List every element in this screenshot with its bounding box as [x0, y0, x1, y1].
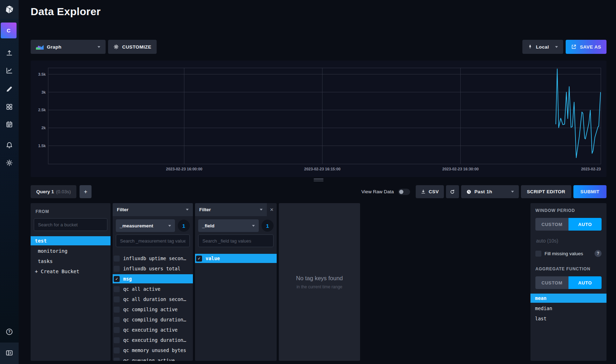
bucket-search-input[interactable]: [34, 218, 107, 231]
time-series-chart[interactable]: 1.5k2k2.5k3k3.5k2023-02-23 16:00:002023-…: [31, 61, 606, 177]
checkbox-unchecked[interactable]: [114, 337, 120, 343]
checkbox-unchecked[interactable]: [114, 266, 120, 272]
filter-field-panel: Filter × _field 1 ✓value: [195, 203, 277, 361]
svg-text:2.5k: 2.5k: [38, 108, 46, 112]
svg-text:3k: 3k: [42, 90, 46, 94]
checkbox-unchecked[interactable]: [114, 286, 120, 292]
field-search-input[interactable]: [198, 234, 274, 247]
customize-gear-icon: [113, 44, 119, 50]
aggregate-auto-button[interactable]: AUTO: [568, 276, 602, 289]
local-label: Local: [536, 44, 549, 50]
list-item[interactable]: influxdb_users_total: [113, 264, 193, 273]
chevron-down-icon: [511, 191, 514, 193]
list-item[interactable]: qc_compiling_duration…: [113, 315, 193, 324]
list-item-label: msg: [123, 276, 132, 282]
line-chart-canvas: 1.5k2k2.5k3k3.5k2023-02-23 16:00:002023-…: [31, 61, 606, 177]
list-item[interactable]: test: [31, 236, 111, 245]
view-type-dropdown[interactable]: Graph: [31, 40, 106, 54]
checkbox-unchecked[interactable]: [114, 296, 120, 302]
checkbox-checked[interactable]: ✓: [114, 276, 120, 282]
list-item[interactable]: qc_executing_duration…: [113, 335, 193, 345]
clock-icon: [466, 189, 472, 195]
measurement-key-label: _measurement: [120, 223, 153, 228]
aggregate-custom-button[interactable]: CUSTOM: [535, 276, 568, 289]
list-item[interactable]: ✓value: [195, 254, 277, 263]
graph-type-icon: [36, 44, 44, 50]
submit-label: SUBMIT: [580, 189, 599, 194]
field-list: ✓value: [195, 254, 277, 263]
data-explorer-icon[interactable]: [5, 67, 13, 75]
refresh-button[interactable]: [446, 185, 459, 198]
list-item[interactable]: last: [530, 314, 606, 323]
chart-line-series: [556, 69, 601, 158]
time-range-dropdown[interactable]: Past 1h: [461, 185, 519, 198]
chevron-down-icon: [186, 209, 189, 211]
svg-text:3.5k: 3.5k: [38, 72, 46, 76]
settings-gear-icon[interactable]: [5, 159, 13, 167]
tasks-calendar-icon[interactable]: [5, 120, 13, 128]
fill-missing-checkbox[interactable]: [535, 251, 541, 257]
list-item[interactable]: mean: [530, 294, 606, 303]
help-icon[interactable]: ?: [5, 328, 13, 336]
filter1-type-dropdown[interactable]: Filter: [113, 203, 193, 216]
notebooks-pencil-icon[interactable]: [5, 85, 13, 93]
list-item[interactable]: qc_executing_active: [113, 325, 193, 334]
checkbox-unchecked[interactable]: [114, 327, 120, 333]
list-item[interactable]: median: [530, 304, 606, 313]
aggregate-title: AGGREGATE FUNCTION: [535, 266, 602, 271]
checkbox-checked[interactable]: ✓: [196, 256, 202, 262]
add-query-button[interactable]: +: [80, 185, 92, 198]
checkbox-unchecked[interactable]: [114, 347, 120, 353]
list-item[interactable]: qc_memory_unused_bytes: [113, 346, 193, 355]
list-item[interactable]: qc_compiling_active: [113, 305, 193, 314]
filter2-type-dropdown[interactable]: Filter: [195, 203, 267, 216]
checkbox-unchecked[interactable]: [114, 358, 120, 361]
list-item[interactable]: influxdb_uptime_secon…: [113, 254, 193, 263]
checkbox-unchecked[interactable]: [114, 256, 120, 262]
window-auto-note: auto (10s): [535, 238, 602, 244]
window-custom-button[interactable]: CUSTOM: [535, 218, 568, 231]
chevron-down-icon: [555, 46, 558, 48]
resize-handle[interactable]: [314, 178, 323, 182]
fill-help-icon[interactable]: ?: [595, 250, 602, 257]
script-editor-button[interactable]: SCRIPT EDITOR: [521, 185, 571, 198]
list-item[interactable]: ✓msg: [113, 274, 193, 283]
csv-button[interactable]: CSV: [416, 185, 444, 198]
view-raw-data-toggle[interactable]: [398, 189, 410, 195]
influxdb-logo[interactable]: [0, 0, 19, 19]
script-editor-label: SCRIPT EDITOR: [527, 189, 565, 194]
upload-icon[interactable]: [5, 49, 13, 57]
measurement-key-dropdown[interactable]: _measurement: [116, 219, 175, 232]
list-item[interactable]: _monitoring: [31, 246, 111, 256]
list-item-label: qc_compiling_active: [123, 307, 177, 312]
download-icon: [421, 189, 426, 194]
field-key-dropdown[interactable]: _field: [198, 219, 259, 232]
expand-sidebar-icon[interactable]: [5, 349, 13, 357]
checkbox-unchecked[interactable]: [114, 317, 120, 323]
local-dropdown[interactable]: Local: [522, 40, 563, 54]
submit-button[interactable]: SUBMIT: [573, 185, 606, 198]
page-title: Data Explorer: [31, 6, 101, 18]
window-auto-button[interactable]: AUTO: [568, 218, 602, 231]
view-raw-data-label: View Raw Data: [362, 189, 394, 194]
sidebar: C ?: [0, 0, 19, 364]
filter2-close-icon[interactable]: ×: [267, 203, 277, 216]
list-item[interactable]: qc_all_duration_secon…: [113, 295, 193, 304]
org-avatar[interactable]: C: [1, 23, 17, 38]
chevron-down-icon: [168, 225, 171, 227]
customize-button[interactable]: CUSTOMIZE: [108, 40, 157, 54]
list-item[interactable]: + Create Bucket: [31, 267, 111, 276]
checkbox-unchecked[interactable]: [114, 307, 120, 313]
empty-title: No tag keys found: [296, 275, 343, 282]
query-builder: FROM test_monitoring_tasks+ Create Bucke…: [31, 203, 606, 361]
query-tab[interactable]: Query 1 (0.03s): [31, 185, 76, 198]
from-panel: FROM test_monitoring_tasks+ Create Bucke…: [31, 203, 111, 361]
save-as-button[interactable]: SAVE AS: [566, 40, 606, 54]
list-item[interactable]: _tasks: [31, 257, 111, 266]
list-item[interactable]: qc_queueing_active: [113, 356, 193, 361]
dashboards-icon[interactable]: [5, 103, 13, 111]
list-item[interactable]: qc_all_active: [113, 284, 193, 294]
alerts-bell-icon[interactable]: [5, 141, 13, 149]
measurement-search-input[interactable]: [116, 234, 190, 247]
list-item-label: median: [535, 306, 552, 311]
